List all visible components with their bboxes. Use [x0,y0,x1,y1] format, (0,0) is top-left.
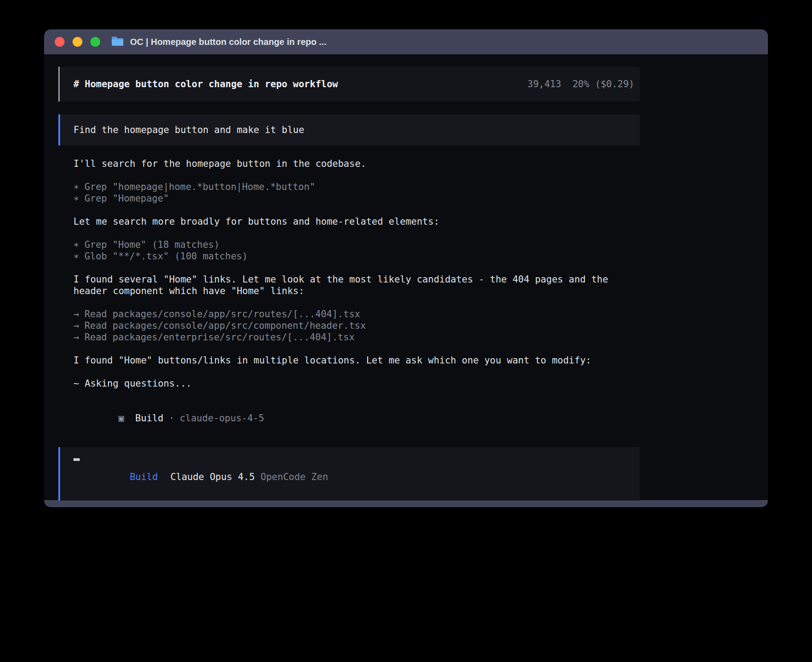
asterisk-icon: ∗ [73,181,79,193]
tool-call-line: →Read packages/console/app/src/component… [73,320,640,331]
session-title: # Homepage button color change in repo w… [73,78,338,90]
tool-call-line: ∗Grep "Homepage" [73,193,640,204]
tool-call-group: ∗Grep "Home" (18 matches) ∗Glob "**/*.ts… [58,239,640,262]
esc-key: esc [188,506,205,507]
dot-separator: · [169,413,175,424]
asterisk-icon: ∗ [73,193,79,204]
ctrl-t-key: ctrl+t [329,506,362,507]
tool-call-line: ∗Grep "homepage|home.*button|Home.*butto… [73,181,640,193]
tool-call-line: →Read packages/enterprise/src/routes/[..… [73,331,640,343]
agents-hint: tabagents [425,496,549,507]
tool-call-text: Read packages/console/app/src/routes/[..… [85,309,361,319]
tool-call-group: ∗Grep "homepage|home.*button|Home.*butto… [58,181,640,204]
tool-call-text: Grep "Homepage" [85,193,169,204]
arrow-right-icon: → [73,331,79,343]
agent-square-icon: ▣ [118,413,124,424]
tab-key: tab [493,506,510,507]
terminal-content: # Homepage button color change in repo w… [44,54,768,500]
assistant-message: Let me search more broadly for buttons a… [58,216,640,227]
arrow-right-icon: → [73,320,79,331]
agents-label: agents [515,506,549,507]
asterisk-icon: ∗ [73,250,79,262]
close-button[interactable] [55,37,65,47]
tool-call-text: Grep "Home" (18 matches) [85,239,219,250]
assistant-message: I found several "Home" links. Let me loo… [58,274,640,297]
activity-status: ~ Asking questions... [58,378,640,389]
folder-icon [111,36,124,48]
esc-label: interrupt [211,506,261,507]
input-agent-label[interactable]: Build [130,472,158,482]
session-header: # Homepage button color change in repo w… [58,67,640,101]
agent-summary-line: ▣Build·claude-opus-4-5 [58,401,640,436]
zoom-button[interactable] [90,37,100,47]
input-provider-label: OpenCode Zen [260,472,328,482]
user-message-text: Find the homepage button and make it blu… [73,124,304,136]
agent-name: Build [135,413,163,424]
status-right-group: ctrl+tvariants tabagents ctrl+pcommands [261,496,713,507]
status-bar: escinterrupt ctrl+tvariants tabagents ct… [58,506,640,507]
asterisk-icon: ∗ [73,239,79,250]
commands-hint: ctrl+pcommands [561,496,713,507]
window-titlebar[interactable]: OC | Homepage button color change in rep… [44,29,768,54]
variants-label: variants [368,506,413,507]
user-message-block: Find the homepage button and make it blu… [58,114,640,145]
arrow-right-icon: → [73,308,79,320]
ctrl-p-key: ctrl+p [629,506,662,507]
tool-call-line: →Read packages/console/app/src/routes/[.… [73,308,640,320]
traffic-lights [55,37,100,47]
agent-model: claude-opus-4-5 [180,413,264,424]
status-left-group: escinterrupt [58,496,261,507]
tool-call-line: ∗Grep "Home" (18 matches) [73,239,640,250]
session-stats: 39,413 20% ($0.29) [528,78,634,90]
esc-hint: escinterrupt [121,496,261,507]
window-title: OC | Homepage button color change in rep… [130,37,326,47]
assistant-message: I'll search for the homepage button in t… [58,158,640,170]
terminal-window: OC | Homepage button color change in rep… [44,29,768,507]
titlebar-title-group: OC | Homepage button color change in rep… [111,36,326,48]
tool-call-line: ∗Glob "**/*.tsx" (100 matches) [73,250,640,262]
tool-call-text: Grep "homepage|home.*button|Home.*button… [85,182,315,192]
tool-call-text: Glob "**/*.tsx" (100 matches) [85,251,248,262]
variants-hint: ctrl+tvariants [261,496,413,507]
tool-call-text: Read packages/enterprise/src/routes/[...… [85,332,355,343]
commands-label: commands [668,506,713,507]
prompt-input[interactable]: BuildClaude Opus 4.5OpenCode Zen [58,447,640,501]
input-meta-row: BuildClaude Opus 4.5OpenCode Zen [73,461,640,493]
assistant-message: I found "Home" buttons/links in multiple… [58,355,640,366]
minimize-button[interactable] [73,37,82,47]
tool-call-text: Read packages/console/app/src/component/… [85,320,366,331]
tool-call-group: →Read packages/console/app/src/routes/[.… [58,308,640,343]
input-model-label: Claude Opus 4.5 [171,472,255,482]
